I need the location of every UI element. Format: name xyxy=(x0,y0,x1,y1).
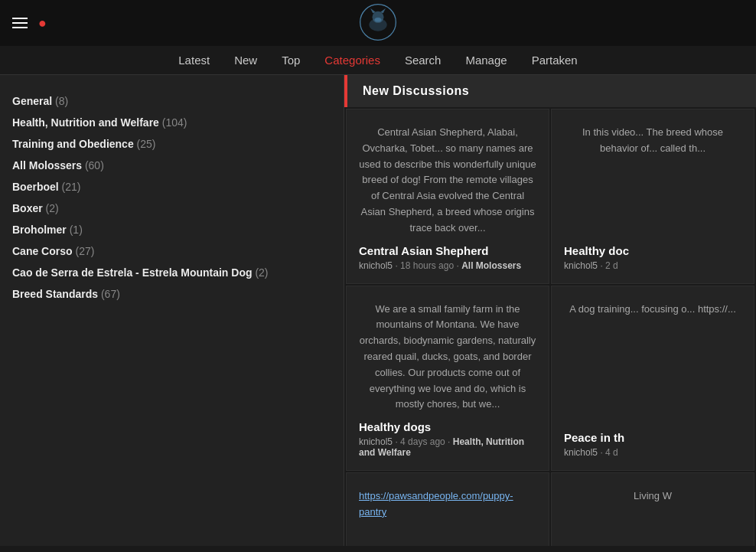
card-author-4: knichol5 xyxy=(564,447,598,458)
card-meta-4: knichol5 · 4 d xyxy=(564,447,741,458)
body-layout: General (8)Health, Nutrition and Welfare… xyxy=(0,75,756,546)
svg-point-5 xyxy=(375,17,381,21)
sidebar-item-0[interactable]: General (8) xyxy=(12,90,331,112)
card-meta-3: knichol5 · 4 days ago · Health, Nutritio… xyxy=(359,436,536,458)
sidebar: General (8)Health, Nutrition and Welfare… xyxy=(0,75,344,546)
nav-manage[interactable]: Manage xyxy=(465,54,507,67)
sidebar-item-9[interactable]: Breed Standards (67) xyxy=(12,283,331,305)
card-healthy-dogs[interactable]: We are a small family farm in the mounta… xyxy=(346,286,549,472)
card-tag-sep-3: · xyxy=(448,436,453,447)
sidebar-item-2[interactable]: Training and Obedience (25) xyxy=(12,133,331,155)
sidebar-item-8[interactable]: Cao de Serra de Estrela - Estrela Mounta… xyxy=(12,262,331,283)
card-body-5: https://pawsandpeople.com/puppy-pantry xyxy=(359,488,536,546)
sidebar-item-6[interactable]: Broholmer (1) xyxy=(12,219,331,240)
card-time-1: 18 hours ago xyxy=(400,260,454,271)
nav-new[interactable]: New xyxy=(234,54,257,67)
card-peace-in-the[interactable]: A dog training... focusing o... https://… xyxy=(551,286,754,472)
card-tag-1: All Molossers xyxy=(461,260,521,271)
main-content: New Discussions Central Asian Shepherd, … xyxy=(344,75,756,546)
logo xyxy=(359,3,397,44)
card-body-2: In this video... The breed whose behavio… xyxy=(564,125,741,237)
card-meta-2: knichol5 · 2 d xyxy=(564,260,741,271)
card-body-1: Central Asian Shepherd, Alabai, Ovcharka… xyxy=(359,125,536,237)
card-footer-1: Central Asian Shepherd knichol5 · 18 hou… xyxy=(359,244,536,271)
card-time-3: 4 days ago xyxy=(400,436,445,447)
sidebar-item-7[interactable]: Cane Corso (27) xyxy=(12,240,331,262)
card-footer-4: Peace in th knichol5 · 4 d xyxy=(564,431,741,458)
sidebar-item-3[interactable]: All Molossers (60) xyxy=(12,155,331,176)
nav-latest[interactable]: Latest xyxy=(178,54,210,67)
nav-search[interactable]: Search xyxy=(405,54,442,67)
search-icon[interactable]: ● xyxy=(38,15,47,31)
top-bar-left: ● xyxy=(12,15,47,31)
cards-grid: Central Asian Shepherd, Alabai, Ovcharka… xyxy=(344,107,756,546)
card-title-4: Peace in th xyxy=(564,431,741,444)
card-author-1: knichol5 xyxy=(359,260,393,271)
card-meta-1: knichol5 · 18 hours ago · All Molossers xyxy=(359,260,536,271)
sidebar-item-4[interactable]: Boerboel (21) xyxy=(12,176,331,198)
top-bar: ● xyxy=(0,0,756,46)
card-title-1: Central Asian Shepherd xyxy=(359,244,536,257)
card-footer-2: Healthy doc knichol5 · 2 d xyxy=(564,244,741,271)
nav-top[interactable]: Top xyxy=(282,54,300,67)
card-footer-3: Healthy dogs knichol5 · 4 days ago · Hea… xyxy=(359,420,536,458)
card-author-2: knichol5 xyxy=(564,260,598,271)
card-healthy-doc[interactable]: In this video... The breed whose behavio… xyxy=(551,109,754,284)
card-title-3: Healthy dogs xyxy=(359,420,536,433)
hamburger-icon[interactable] xyxy=(12,18,28,28)
main-nav: Latest New Top Categories Search Manage … xyxy=(0,46,756,75)
card-body-3: We are a small family farm in the mounta… xyxy=(359,302,536,413)
card-url-preview[interactable]: https://pawsandpeople.com/puppy-pantry xyxy=(346,472,549,546)
card-author-3: knichol5 xyxy=(359,436,393,447)
nav-categories[interactable]: Categories xyxy=(324,54,380,67)
card-central-asian-shepherd[interactable]: Central Asian Shepherd, Alabai, Ovcharka… xyxy=(346,109,549,284)
card-body-6: Living W xyxy=(564,488,741,546)
card-time-2: 2 d xyxy=(605,260,618,271)
section-header: New Discussions xyxy=(344,75,756,107)
card-title-2: Healthy doc xyxy=(564,244,741,257)
sidebar-item-1[interactable]: Health, Nutrition and Welfare (104) xyxy=(12,112,331,133)
nav-partaken[interactable]: Partaken xyxy=(532,54,578,67)
card-body-4: A dog training... focusing o... https://… xyxy=(564,302,741,424)
card-time-4: 4 d xyxy=(605,447,618,458)
card-living-w[interactable]: Living W xyxy=(551,472,754,546)
sidebar-item-5[interactable]: Boxer (2) xyxy=(12,198,331,219)
